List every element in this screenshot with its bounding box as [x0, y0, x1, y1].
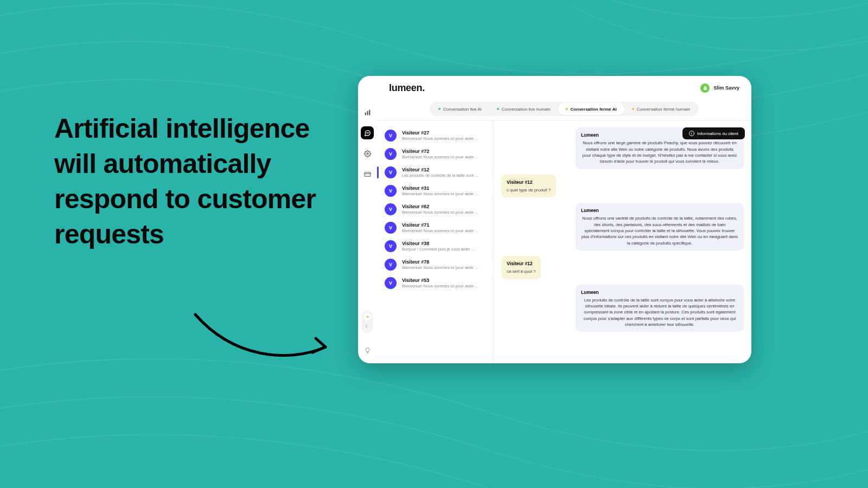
topbar: lumeen. Slim Savvy — [377, 76, 751, 100]
conversation-title: Visiteur #31 — [402, 185, 487, 191]
visitor-avatar-icon: V — [385, 148, 397, 160]
message-block: Visiteur #12ca sert a quoi ? — [501, 256, 744, 279]
tab-1[interactable]: Conversation live humain — [489, 103, 558, 115]
conversation-preview: Les produits de contrôle de la taille so… — [402, 173, 487, 178]
visitor-avatar-icon: V — [385, 222, 397, 234]
tab-0[interactable]: Conversation live AI — [431, 103, 489, 115]
conversation-text: Visiteur #31Bienvenue! Nous sommes ici p… — [402, 185, 487, 196]
conversation-preview: Bienvenue! Nous sommes ici pour aider ..… — [402, 155, 487, 159]
conversation-status-tabs: Conversation live AIConversation live hu… — [430, 102, 699, 116]
conversation-item[interactable]: VVisiteur #38Bonjour ! Comment puis-je v… — [377, 237, 493, 255]
visitor-avatar-icon: V — [385, 240, 397, 252]
conversation-preview: Bienvenue! Nous sommes ici pour aider ..… — [402, 210, 487, 215]
tab-label: Conversation fermé humain — [637, 107, 690, 112]
status-dot-icon — [438, 108, 441, 110]
conversation-title: Visiteur #72 — [402, 149, 487, 154]
conversation-preview: Bienvenue! Nous sommes ici pour aider ..… — [402, 191, 487, 196]
conversation-item[interactable]: VVisiteur #27Bienvenue! Nous sommes ici … — [377, 126, 493, 145]
agent-message: LumeenLes produits de contrôle de la tai… — [576, 285, 744, 332]
visitor-message: Visiteur #12ca sert a quoi ? — [501, 256, 541, 279]
user-menu[interactable]: Slim Savvy — [700, 84, 739, 93]
app-window: ☀ ☾ lumeen. Slim Savvy Conversation live… — [358, 76, 751, 363]
tab-label: Conversation live humain — [502, 107, 551, 112]
tabbar-row: Conversation live AIConversation live hu… — [377, 100, 751, 120]
conversation-item[interactable]: VVisiteur #78Bienvenue! Nous sommes ici … — [377, 255, 493, 274]
svg-rect-7 — [365, 172, 371, 176]
conversation-item[interactable]: VVisiteur #62Bienvenue! Nous sommes ici … — [377, 200, 493, 219]
message-body: Nous offrons une variété de produits de … — [581, 215, 738, 246]
conversation-item[interactable]: VVisiteur #31Bienvenue! Nous sommes ici … — [377, 182, 493, 200]
conversation-item[interactable]: VVisiteur #53Bienvenue! Nous sommes ici … — [377, 274, 493, 292]
svg-point-4 — [367, 132, 368, 133]
svg-point-5 — [368, 132, 369, 133]
conversation-list: VVisiteur #27Bienvenue! Nous sommes ici … — [377, 121, 494, 363]
content-area: VVisiteur #27Bienvenue! Nous sommes ici … — [377, 120, 751, 363]
conversation-text: Visiteur #78Bienvenue! Nous sommes ici p… — [402, 259, 487, 270]
client-info-button[interactable]: i Informations du client — [682, 127, 745, 139]
conversation-title: Visiteur #71 — [402, 222, 487, 228]
message-body: ca sert a quoi ? — [507, 268, 535, 274]
conversation-text: Visiteur #71Bienvenue! Nous sommes ici p… — [402, 222, 487, 233]
status-dot-icon — [497, 108, 499, 110]
message-block: Visiteur #12c quel type de produit ? — [501, 175, 744, 198]
message-body: Les produits de contrôle de la taille so… — [581, 297, 738, 328]
sidebar: ☀ ☾ — [358, 76, 377, 363]
visitor-avatar-icon: V — [385, 185, 397, 197]
tab-3[interactable]: Conversation fermé humain — [624, 103, 698, 115]
agent-message: LumeenNous offrons une variété de produi… — [576, 203, 744, 251]
tab-label: Conversation live AI — [443, 107, 482, 112]
user-name: Slim Savvy — [713, 85, 739, 91]
message-sender: Visiteur #12 — [507, 179, 551, 185]
message-block: LumeenLes produits de contrôle de la tai… — [501, 285, 744, 332]
conversation-preview: Bonjour ! Comment puis-je vous aider ... — [402, 247, 487, 252]
conversation-text: Visiteur #62Bienvenue! Nous sommes ici p… — [402, 204, 487, 215]
svg-point-6 — [366, 152, 368, 154]
conversation-title: Visiteur #38 — [402, 241, 487, 246]
svg-rect-2 — [369, 110, 370, 115]
svg-rect-0 — [365, 112, 366, 115]
conversation-title: Visiteur #62 — [402, 204, 487, 209]
theme-toggle[interactable]: ☀ ☾ — [362, 310, 373, 333]
marketing-headline: Artificial intelligence will automatical… — [54, 111, 336, 252]
tab-2[interactable]: Conversation fermé AI — [558, 103, 624, 115]
nav-settings[interactable] — [361, 147, 374, 160]
conversation-preview: Bienvenue! Nous sommes ici pour aider ..… — [402, 136, 487, 141]
tab-label: Conversation fermé AI — [571, 107, 617, 112]
chat-area: i Informations du client LumeenNous offr… — [494, 121, 751, 363]
message-body: Nous offrons une large gamme de produits… — [581, 140, 738, 164]
user-avatar-icon — [700, 84, 710, 93]
client-info-label: Informations du client — [697, 131, 738, 136]
message-body: c quel type de produit ? — [507, 187, 551, 193]
brand-logo: lumeen. — [389, 82, 425, 94]
visitor-avatar-icon: V — [385, 130, 397, 142]
visitor-message: Visiteur #12c quel type de produit ? — [501, 175, 556, 198]
conversation-item[interactable]: VVisiteur #72Bienvenue! Nous sommes ici … — [377, 145, 493, 163]
message-sender: Visiteur #12 — [507, 260, 535, 267]
status-dot-icon — [566, 108, 568, 110]
info-icon: i — [689, 131, 694, 136]
visitor-avatar-icon: V — [385, 203, 397, 215]
conversation-text: Visiteur #72Bienvenue! Nous sommes ici p… — [402, 149, 487, 159]
nav-analytics[interactable] — [361, 106, 374, 119]
conversation-title: Visiteur #78 — [402, 259, 487, 265]
visitor-avatar-icon: V — [385, 277, 397, 289]
svg-point-3 — [366, 132, 367, 133]
conversation-title: Visiteur #27 — [402, 130, 487, 136]
visitor-avatar-icon: V — [385, 259, 397, 271]
message-sender: Lumeen — [581, 289, 738, 296]
nav-conversations[interactable] — [361, 126, 374, 139]
arrow-icon — [190, 304, 342, 369]
message-block: LumeenNous offrons une variété de produi… — [501, 203, 744, 251]
conversation-text: Visiteur #27Bienvenue! Nous sommes ici p… — [402, 130, 487, 141]
svg-rect-1 — [367, 111, 368, 115]
conversation-preview: Bienvenue! Nous sommes ici pour aider ..… — [402, 228, 487, 233]
conversation-title: Visiteur #12 — [402, 167, 487, 172]
moon-icon: ☾ — [363, 323, 371, 330]
sun-icon: ☀ — [363, 313, 371, 320]
nav-billing[interactable] — [361, 168, 374, 181]
conversation-text: Visiteur #12Les produits de contrôle de … — [402, 167, 487, 178]
conversation-preview: Bienvenue! Nous sommes ici pour aider ..… — [402, 265, 487, 270]
conversation-item[interactable]: VVisiteur #12Les produits de contrôle de… — [377, 163, 493, 182]
conversation-item[interactable]: VVisiteur #71Bienvenue! Nous sommes ici … — [377, 219, 493, 237]
help-icon[interactable] — [362, 345, 373, 356]
